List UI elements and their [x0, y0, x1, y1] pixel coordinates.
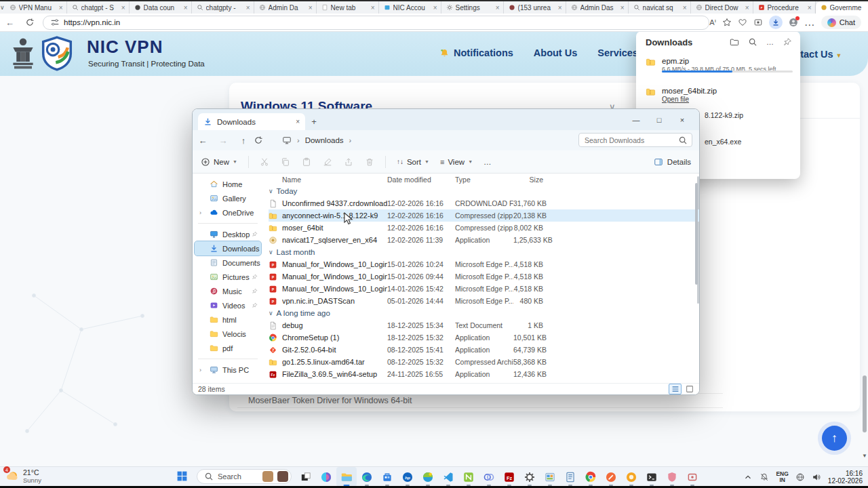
file-name[interactable]: Unconfirmed 94337.crdownload — [282, 199, 387, 207]
tab-close-icon[interactable]: × — [495, 4, 500, 12]
taskbar-icon-task-view[interactable] — [296, 467, 316, 487]
group-header[interactable]: ∨ A long time ago — [269, 307, 699, 319]
column-header-size[interactable]: Size — [513, 176, 543, 184]
taskbar-icon-notepad[interactable] — [560, 467, 580, 487]
browser-tab[interactable]: navicat sq × — [629, 1, 691, 14]
taskbar-icon-postman[interactable] — [601, 467, 621, 487]
start-button[interactable] — [176, 470, 188, 482]
scrollbar-thumb[interactable] — [863, 375, 867, 432]
tab-close-icon[interactable]: × — [370, 4, 376, 12]
file-name[interactable]: go1.25.5.linux-amd64.tar — [282, 358, 387, 366]
tab-close-icon[interactable]: × — [183, 4, 189, 12]
file-row[interactable]: anyconnect-win-5.1.8.122-k9 12-02-2026 1… — [269, 209, 699, 222]
favorite-star-icon[interactable] — [722, 18, 732, 27]
tab-close-icon[interactable]: × — [745, 4, 750, 12]
copy-icon[interactable] — [281, 157, 290, 167]
profile-avatar[interactable] — [789, 18, 798, 27]
do-not-disturb-icon[interactable] — [760, 472, 769, 482]
sidebar-item-home[interactable]: Home — [195, 177, 261, 191]
browser-tab[interactable]: Data coun × — [130, 1, 192, 14]
tab-close-icon[interactable]: × — [308, 4, 313, 12]
browser-tab[interactable]: New tab × — [317, 1, 379, 14]
taskbar-icon-windows-security[interactable] — [662, 467, 682, 487]
explorer-titlebar[interactable]: Downloads × + — □ × — [193, 109, 699, 130]
browser-tab[interactable]: Direct Dow × — [691, 1, 753, 14]
sidebar-item-videos[interactable]: Videos — [195, 298, 261, 312]
taskbar-weather-widget[interactable]: 4 21°C Sunny — [5, 468, 41, 484]
pin-icon[interactable] — [783, 37, 792, 47]
sidebar-item-desktop[interactable]: Desktop — [195, 227, 261, 241]
taskbar-icon-filezilla[interactable]: Fz — [499, 467, 519, 487]
taskbar-icon-chrome[interactable] — [580, 467, 601, 487]
file-row[interactable]: Unconfirmed 94337.crdownload 12-02-2026 … — [269, 197, 699, 209]
taskbar-icon-terminal[interactable] — [642, 467, 662, 487]
taskbar-icon-file-explorer[interactable] — [336, 467, 357, 487]
browser-tab[interactable]: NIC Accou × — [379, 1, 441, 14]
column-header-date-modified[interactable]: Date modified — [387, 176, 455, 184]
file-name[interactable]: Git-2.52.0-64-bit — [282, 346, 387, 354]
list-scrollbar[interactable] — [695, 183, 698, 285]
taskbar-icon-copilot[interactable] — [316, 467, 336, 487]
tab-close-icon[interactable]: × — [807, 4, 812, 12]
browser-essentials-icon[interactable] — [738, 18, 747, 27]
sidebar-item-onedrive[interactable]: › OneDrive — [195, 205, 261, 220]
sidebar-item-documents[interactable]: Documents — [195, 256, 261, 270]
taskbar-icon-hp[interactable]: hp — [397, 467, 418, 487]
back-icon[interactable]: ← — [0, 18, 20, 28]
sidebar-item-gallery[interactable]: Gallery — [195, 191, 261, 205]
software-list-row[interactable]: MoserBaer Token Driver for Windows 64-bi… — [237, 393, 723, 408]
taskbar-icon-edge[interactable] — [357, 467, 377, 487]
list-view-toggle[interactable] — [669, 384, 682, 394]
file-row[interactable]: P Manual_for_Windows_10_Login_Screen_...… — [269, 258, 699, 270]
collapse-chevron-icon[interactable]: ∨ — [269, 310, 273, 317]
file-name[interactable]: Manual_for_Windows_10_Login_Screen_... — [282, 272, 387, 281]
sidebar-item-music[interactable]: Music — [195, 284, 261, 298]
expander-chevron-icon[interactable]: › — [199, 367, 201, 373]
sidebar-item-pictures[interactable]: Pictures — [195, 270, 261, 284]
browser-tab[interactable]: VPN Manu × — [5, 1, 67, 14]
sidebar-item-this-pc[interactable]: › This PC — [195, 363, 261, 377]
download-item[interactable]: 8.122-k9.zip — [705, 111, 743, 119]
file-row[interactable]: P vpn.nic.in_DASTScan 05-01-2026 14:44 M… — [269, 295, 699, 307]
new-button[interactable]: New▼ — [201, 157, 237, 167]
page-scrollbar[interactable]: ▼ — [862, 31, 867, 466]
cut-icon[interactable] — [260, 157, 269, 167]
search-highlight-thumbnail[interactable] — [262, 471, 273, 482]
browser-tab[interactable]: P Procedure × — [753, 1, 816, 14]
refresh-icon[interactable] — [20, 18, 40, 27]
explorer-tab[interactable]: Downloads × — [198, 113, 305, 130]
view-button[interactable]: ≡ View▼ — [440, 158, 473, 166]
file-row[interactable]: P Manual_for_Windows_10_Login_Screen_...… — [269, 270, 699, 283]
taskbar-icon-colorful-sphere[interactable] — [418, 467, 438, 487]
tab-close-icon[interactable]: × — [121, 4, 126, 12]
back-icon[interactable]: ← — [193, 136, 213, 146]
tab-close-icon[interactable]: × — [620, 4, 625, 12]
tab-close-icon[interactable]: × — [682, 4, 688, 12]
file-row[interactable]: moser_64bit 12-02-2026 16:16 Compressed … — [269, 222, 699, 234]
file-name[interactable]: debug — [282, 321, 387, 329]
url-field[interactable]: https://vpn.nic.in — [43, 16, 709, 30]
explorer-search-box[interactable] — [578, 133, 692, 147]
browser-tab[interactable]: Settings × — [441, 1, 504, 14]
taskbar-icon-app-window[interactable] — [540, 467, 560, 487]
language-indicator[interactable]: ENGIN — [776, 471, 788, 483]
rename-icon[interactable] — [323, 157, 332, 167]
nav-notifications[interactable]: Notifications — [439, 47, 513, 58]
sidebar-item-html[interactable]: html — [195, 312, 261, 327]
forward-icon[interactable]: → — [213, 136, 233, 146]
file-row[interactable]: ChromeSetup (1) 18-12-2025 15:32 Applica… — [269, 331, 699, 344]
file-name[interactable]: FileZilla_3.69.5_win64-setup — [282, 370, 387, 378]
minimize-button[interactable]: — — [625, 116, 648, 124]
download-item[interactable]: en_x64.exe — [705, 138, 741, 146]
browser-tab[interactable]: chatgpt - S × — [67, 1, 130, 14]
search-input[interactable] — [583, 136, 678, 145]
nav-services[interactable]: Services — [597, 47, 638, 58]
sidebar-item-pdf[interactable]: pdf — [195, 341, 261, 355]
tab-close-icon[interactable]: × — [557, 4, 563, 12]
details-button[interactable]: Details — [654, 157, 691, 167]
sidebar-item-velocis[interactable]: Velocis — [195, 327, 261, 341]
browser-menu-icon[interactable]: … — [804, 16, 815, 28]
site-settings-icon[interactable] — [50, 18, 60, 27]
collections-icon[interactable] — [753, 18, 763, 27]
open-file-link[interactable]: Open file — [662, 96, 689, 103]
